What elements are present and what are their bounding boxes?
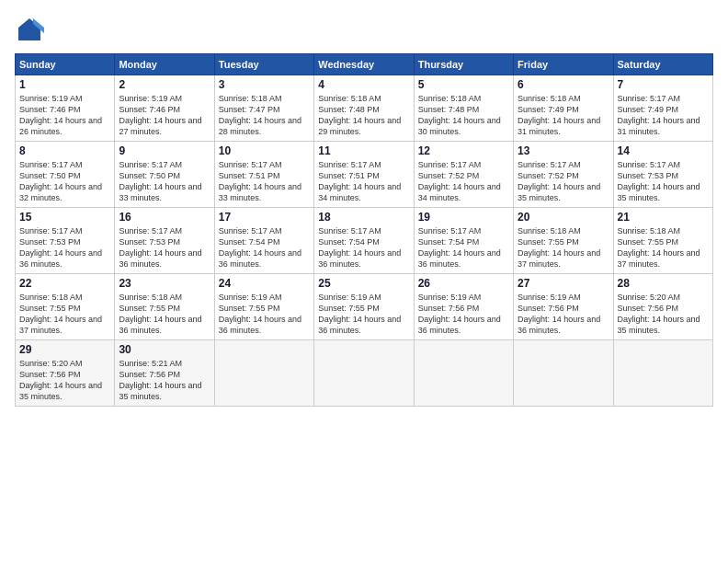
calendar-week-row: 15Sunrise: 5:17 AMSunset: 7:53 PMDayligh… [16,208,713,274]
day-info: Sunrise: 5:20 AMSunset: 7:56 PMDaylight:… [618,292,709,337]
calendar-week-row: 8Sunrise: 5:17 AMSunset: 7:50 PMDaylight… [16,142,713,208]
calendar-cell: 13Sunrise: 5:17 AMSunset: 7:52 PMDayligh… [514,142,613,208]
day-info: Sunrise: 5:19 AMSunset: 7:56 PMDaylight:… [418,292,509,337]
calendar-cell: 22Sunrise: 5:18 AMSunset: 7:55 PMDayligh… [16,274,115,340]
day-info: Sunrise: 5:17 AMSunset: 7:53 PMDaylight:… [618,159,709,204]
day-info: Sunrise: 5:18 AMSunset: 7:55 PMDaylight:… [618,225,709,270]
day-number: 26 [418,277,509,290]
calendar-header-wednesday: Wednesday [314,54,414,75]
day-info: Sunrise: 5:18 AMSunset: 7:48 PMDaylight:… [418,93,509,138]
day-info: Sunrise: 5:18 AMSunset: 7:55 PMDaylight:… [19,292,110,337]
day-info: Sunrise: 5:20 AMSunset: 7:56 PMDaylight:… [19,358,110,403]
calendar-week-row: 1Sunrise: 5:19 AMSunset: 7:46 PMDaylight… [16,75,713,142]
calendar-cell: 3Sunrise: 5:18 AMSunset: 7:47 PMDaylight… [214,75,313,142]
day-info: Sunrise: 5:17 AMSunset: 7:49 PMDaylight:… [618,93,709,138]
calendar-cell [414,340,513,407]
calendar-cell [314,340,414,407]
calendar-header-friday: Friday [514,54,613,75]
calendar-cell: 11Sunrise: 5:17 AMSunset: 7:51 PMDayligh… [314,142,414,208]
calendar-cell: 15Sunrise: 5:17 AMSunset: 7:53 PMDayligh… [16,208,115,274]
day-number: 7 [618,78,709,91]
calendar-cell: 9Sunrise: 5:17 AMSunset: 7:50 PMDaylight… [115,142,214,208]
calendar-cell: 21Sunrise: 5:18 AMSunset: 7:55 PMDayligh… [613,208,712,274]
day-number: 13 [518,144,609,157]
day-info: Sunrise: 5:17 AMSunset: 7:53 PMDaylight:… [119,225,210,270]
calendar-cell: 12Sunrise: 5:17 AMSunset: 7:52 PMDayligh… [414,142,513,208]
calendar-cell: 20Sunrise: 5:18 AMSunset: 7:55 PMDayligh… [514,208,613,274]
calendar-cell: 7Sunrise: 5:17 AMSunset: 7:49 PMDaylight… [613,75,712,142]
day-number: 11 [318,144,409,157]
day-info: Sunrise: 5:17 AMSunset: 7:52 PMDaylight:… [418,159,509,204]
calendar-cell: 25Sunrise: 5:19 AMSunset: 7:55 PMDayligh… [314,274,414,340]
calendar-header-tuesday: Tuesday [214,54,313,75]
calendar-cell: 8Sunrise: 5:17 AMSunset: 7:50 PMDaylight… [16,142,115,208]
day-number: 19 [418,211,509,224]
day-number: 10 [219,144,310,157]
calendar-cell: 1Sunrise: 5:19 AMSunset: 7:46 PMDaylight… [16,75,115,142]
calendar-cell: 23Sunrise: 5:18 AMSunset: 7:55 PMDayligh… [115,274,214,340]
day-info: Sunrise: 5:18 AMSunset: 7:49 PMDaylight:… [518,93,609,138]
calendar-cell: 16Sunrise: 5:17 AMSunset: 7:53 PMDayligh… [115,208,214,274]
calendar-cell: 14Sunrise: 5:17 AMSunset: 7:53 PMDayligh… [613,142,712,208]
calendar-week-row: 22Sunrise: 5:18 AMSunset: 7:55 PMDayligh… [16,274,713,340]
day-number: 18 [318,211,409,224]
day-number: 23 [119,277,210,290]
day-number: 22 [19,277,110,290]
day-info: Sunrise: 5:17 AMSunset: 7:50 PMDaylight:… [19,159,110,204]
day-number: 6 [518,78,609,91]
day-info: Sunrise: 5:21 AMSunset: 7:56 PMDaylight:… [119,358,210,403]
calendar-header-sunday: Sunday [16,54,115,75]
day-number: 25 [318,277,409,290]
logo [15,15,48,44]
calendar-cell: 18Sunrise: 5:17 AMSunset: 7:54 PMDayligh… [314,208,414,274]
calendar-cell: 19Sunrise: 5:17 AMSunset: 7:54 PMDayligh… [414,208,513,274]
calendar-cell: 29Sunrise: 5:20 AMSunset: 7:56 PMDayligh… [16,340,115,407]
day-number: 5 [418,78,509,91]
calendar-cell: 5Sunrise: 5:18 AMSunset: 7:48 PMDaylight… [414,75,513,142]
day-info: Sunrise: 5:18 AMSunset: 7:55 PMDaylight:… [119,292,210,337]
day-info: Sunrise: 5:17 AMSunset: 7:51 PMDaylight:… [219,159,310,204]
day-number: 20 [518,211,609,224]
day-info: Sunrise: 5:17 AMSunset: 7:54 PMDaylight:… [219,225,310,270]
day-number: 21 [618,211,709,224]
day-info: Sunrise: 5:17 AMSunset: 7:53 PMDaylight:… [19,225,110,270]
day-number: 17 [219,211,310,224]
calendar-cell: 2Sunrise: 5:19 AMSunset: 7:46 PMDaylight… [115,75,214,142]
day-number: 30 [119,343,210,356]
day-info: Sunrise: 5:19 AMSunset: 7:55 PMDaylight:… [318,292,409,337]
day-number: 4 [318,78,409,91]
day-number: 28 [618,277,709,290]
calendar-week-row: 29Sunrise: 5:20 AMSunset: 7:56 PMDayligh… [16,340,713,407]
calendar-cell: 30Sunrise: 5:21 AMSunset: 7:56 PMDayligh… [115,340,214,407]
calendar-cell: 27Sunrise: 5:19 AMSunset: 7:56 PMDayligh… [514,274,613,340]
calendar-cell [613,340,712,407]
calendar-cell: 24Sunrise: 5:19 AMSunset: 7:55 PMDayligh… [214,274,313,340]
day-number: 9 [119,144,210,157]
day-number: 14 [618,144,709,157]
calendar-cell: 6Sunrise: 5:18 AMSunset: 7:49 PMDaylight… [514,75,613,142]
day-info: Sunrise: 5:18 AMSunset: 7:55 PMDaylight:… [518,225,609,270]
calendar-cell [514,340,613,407]
calendar-cell: 10Sunrise: 5:17 AMSunset: 7:51 PMDayligh… [214,142,313,208]
calendar-cell [214,340,313,407]
calendar-cell: 26Sunrise: 5:19 AMSunset: 7:56 PMDayligh… [414,274,513,340]
day-info: Sunrise: 5:17 AMSunset: 7:54 PMDaylight:… [318,225,409,270]
calendar-cell: 28Sunrise: 5:20 AMSunset: 7:56 PMDayligh… [613,274,712,340]
day-info: Sunrise: 5:17 AMSunset: 7:50 PMDaylight:… [119,159,210,204]
day-info: Sunrise: 5:18 AMSunset: 7:47 PMDaylight:… [219,93,310,138]
day-number: 16 [119,211,210,224]
day-info: Sunrise: 5:17 AMSunset: 7:51 PMDaylight:… [318,159,409,204]
day-info: Sunrise: 5:18 AMSunset: 7:48 PMDaylight:… [318,93,409,138]
day-number: 24 [219,277,310,290]
day-number: 15 [19,211,110,224]
day-number: 2 [119,78,210,91]
day-info: Sunrise: 5:19 AMSunset: 7:46 PMDaylight:… [119,93,210,138]
calendar-header-row: SundayMondayTuesdayWednesdayThursdayFrid… [16,54,713,75]
calendar-header-monday: Monday [115,54,214,75]
day-info: Sunrise: 5:17 AMSunset: 7:54 PMDaylight:… [418,225,509,270]
day-number: 12 [418,144,509,157]
day-number: 27 [518,277,609,290]
day-number: 1 [19,78,110,91]
svg-marker-0 [18,18,40,40]
calendar-cell: 4Sunrise: 5:18 AMSunset: 7:48 PMDaylight… [314,75,414,142]
